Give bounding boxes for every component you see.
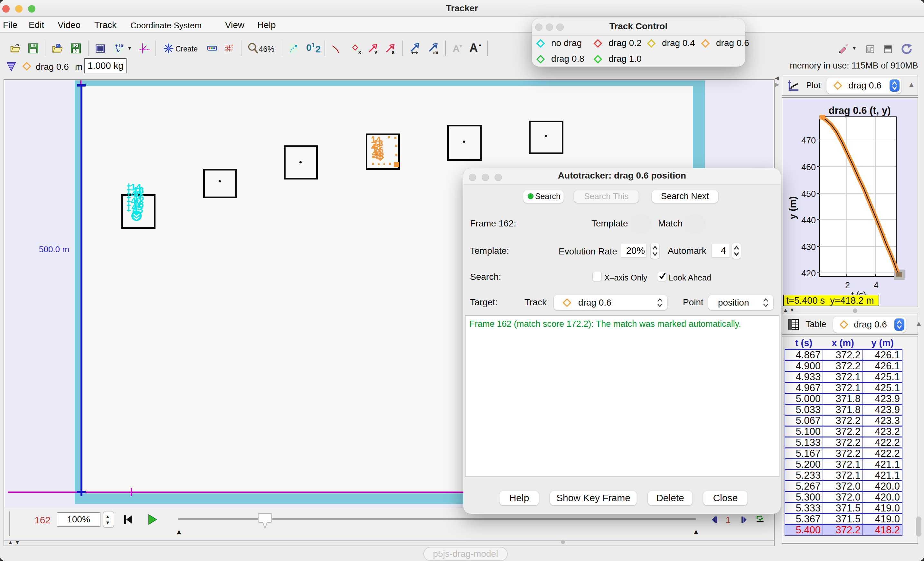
svg-text:4: 4 — [874, 280, 879, 290]
svg-text:460: 460 — [801, 162, 816, 172]
svg-text:v: v — [374, 49, 377, 54]
svg-text:y (m): y (m) — [787, 196, 798, 219]
svg-text:450: 450 — [801, 189, 816, 199]
svg-text:drag 0.6 (t, y): drag 0.6 (t, y) — [829, 105, 891, 116]
svg-text:x: x — [358, 49, 361, 54]
svg-text:10: 10 — [118, 44, 123, 48]
svg-text:420: 420 — [801, 269, 816, 278]
svg-text:a: a — [392, 49, 394, 54]
svg-text:470: 470 — [801, 136, 816, 145]
svg-text:430: 430 — [801, 242, 816, 252]
svg-text:440: 440 — [801, 215, 816, 225]
svg-text:ₓm: ₓm — [433, 50, 438, 54]
svg-text:2: 2 — [845, 280, 850, 290]
